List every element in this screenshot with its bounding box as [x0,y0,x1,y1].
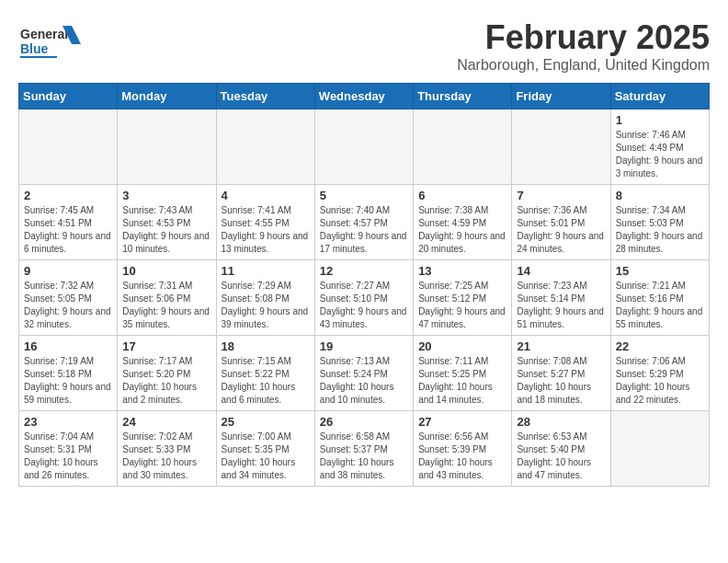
day-number: 21 [517,339,605,353]
calendar-week-row: 16Sunrise: 7:19 AM Sunset: 5:18 PM Dayli… [19,336,710,411]
header-wednesday: Wednesday [314,84,413,109]
svg-text:Blue: Blue [20,41,49,56]
calendar-day-cell: 26Sunrise: 6:58 AM Sunset: 5:37 PM Dayli… [314,411,413,487]
logo-svg: General Blue [18,18,83,64]
day-number: 4 [222,189,310,202]
calendar-table: Sunday Monday Tuesday Wednesday Thursday… [18,83,710,487]
day-info: Sunrise: 7:21 AM Sunset: 5:16 PM Dayligh… [616,280,704,331]
day-number: 19 [320,339,408,353]
calendar-day-cell [414,109,512,185]
calendar-week-row: 9Sunrise: 7:32 AM Sunset: 5:05 PM Daylig… [19,260,710,336]
title-area: February 2025 Narborough, England, Unite… [457,18,710,74]
day-info: Sunrise: 7:11 AM Sunset: 5:25 PM Dayligh… [418,355,506,407]
day-info: Sunrise: 7:02 AM Sunset: 5:33 PM Dayligh… [122,431,210,482]
calendar-day-cell: 14Sunrise: 7:23 AM Sunset: 5:14 PM Dayli… [512,260,610,336]
page-header: General Blue February 2025 Narborough, E… [18,18,710,74]
day-info: Sunrise: 7:40 AM Sunset: 4:57 PM Dayligh… [320,204,408,256]
day-info: Sunrise: 7:17 AM Sunset: 5:20 PM Dayligh… [122,355,210,407]
calendar-day-cell: 18Sunrise: 7:15 AM Sunset: 5:22 PM Dayli… [216,336,314,411]
day-info: Sunrise: 7:13 AM Sunset: 5:24 PM Dayligh… [320,355,408,407]
day-number: 2 [24,189,112,202]
day-number: 5 [320,189,408,202]
calendar-day-cell [512,109,610,185]
calendar-day-cell: 3Sunrise: 7:43 AM Sunset: 4:53 PM Daylig… [118,185,216,260]
calendar-day-cell: 7Sunrise: 7:36 AM Sunset: 5:01 PM Daylig… [512,185,610,260]
day-info: Sunrise: 7:15 AM Sunset: 5:22 PM Dayligh… [222,355,310,407]
day-info: Sunrise: 7:27 AM Sunset: 5:10 PM Dayligh… [320,280,408,331]
day-number: 17 [122,339,210,353]
day-number: 22 [616,339,704,353]
day-number: 26 [320,415,408,429]
day-number: 6 [418,189,506,202]
header-thursday: Thursday [414,84,512,109]
svg-marker-2 [67,35,81,44]
calendar-day-cell [19,109,118,185]
logo: General Blue [18,18,83,64]
day-info: Sunrise: 6:53 AM Sunset: 5:40 PM Dayligh… [517,431,605,482]
calendar-day-cell: 19Sunrise: 7:13 AM Sunset: 5:24 PM Dayli… [314,336,413,411]
calendar-day-cell: 23Sunrise: 7:04 AM Sunset: 5:31 PM Dayli… [19,411,118,487]
day-info: Sunrise: 7:32 AM Sunset: 5:05 PM Dayligh… [24,280,112,331]
calendar-day-cell [314,109,413,185]
day-number: 18 [222,339,310,353]
day-info: Sunrise: 7:00 AM Sunset: 5:35 PM Dayligh… [222,431,310,482]
calendar-day-cell [216,109,314,185]
day-info: Sunrise: 7:38 AM Sunset: 4:59 PM Dayligh… [418,204,506,256]
day-info: Sunrise: 7:31 AM Sunset: 5:06 PM Dayligh… [122,280,210,331]
day-info: Sunrise: 7:25 AM Sunset: 5:12 PM Dayligh… [418,280,506,331]
day-info: Sunrise: 7:29 AM Sunset: 5:08 PM Dayligh… [222,280,310,331]
day-number: 1 [616,113,704,127]
calendar-day-cell: 25Sunrise: 7:00 AM Sunset: 5:35 PM Dayli… [216,411,314,487]
day-info: Sunrise: 7:43 AM Sunset: 4:53 PM Dayligh… [122,204,210,256]
calendar-day-cell: 15Sunrise: 7:21 AM Sunset: 5:16 PM Dayli… [610,260,709,336]
day-number: 25 [222,415,310,429]
page-subtitle: Narborough, England, United Kingdom [457,57,710,74]
calendar-day-cell: 10Sunrise: 7:31 AM Sunset: 5:06 PM Dayli… [118,260,216,336]
svg-text:General: General [20,27,68,41]
calendar-day-cell: 24Sunrise: 7:02 AM Sunset: 5:33 PM Dayli… [118,411,216,487]
day-number: 16 [24,339,112,353]
day-number: 27 [418,415,506,429]
day-number: 9 [24,264,112,278]
day-number: 28 [517,415,605,429]
day-info: Sunrise: 7:19 AM Sunset: 5:18 PM Dayligh… [24,355,112,407]
day-info: Sunrise: 7:36 AM Sunset: 5:01 PM Dayligh… [517,204,605,256]
calendar-day-cell: 22Sunrise: 7:06 AM Sunset: 5:29 PM Dayli… [610,336,709,411]
day-number: 24 [122,415,210,429]
header-saturday: Saturday [610,84,709,109]
day-number: 3 [122,189,210,202]
day-info: Sunrise: 7:45 AM Sunset: 4:51 PM Dayligh… [24,204,112,256]
day-number: 14 [517,264,605,278]
day-number: 8 [616,189,704,202]
calendar-day-cell: 20Sunrise: 7:11 AM Sunset: 5:25 PM Dayli… [414,336,512,411]
day-info: Sunrise: 7:41 AM Sunset: 4:55 PM Dayligh… [222,204,310,256]
day-number: 23 [24,415,112,429]
day-info: Sunrise: 6:58 AM Sunset: 5:37 PM Dayligh… [320,431,408,482]
day-info: Sunrise: 7:46 AM Sunset: 4:49 PM Dayligh… [616,129,704,180]
calendar-day-cell: 16Sunrise: 7:19 AM Sunset: 5:18 PM Dayli… [19,336,118,411]
calendar-day-cell: 4Sunrise: 7:41 AM Sunset: 4:55 PM Daylig… [216,185,314,260]
calendar-day-cell: 5Sunrise: 7:40 AM Sunset: 4:57 PM Daylig… [314,185,413,260]
day-number: 12 [320,264,408,278]
day-number: 10 [122,264,210,278]
calendar-day-cell: 28Sunrise: 6:53 AM Sunset: 5:40 PM Dayli… [512,411,610,487]
header-monday: Monday [118,84,216,109]
calendar-day-cell: 27Sunrise: 6:56 AM Sunset: 5:39 PM Dayli… [414,411,512,487]
calendar-day-cell: 21Sunrise: 7:08 AM Sunset: 5:27 PM Dayli… [512,336,610,411]
calendar-day-cell: 2Sunrise: 7:45 AM Sunset: 4:51 PM Daylig… [19,185,118,260]
calendar-day-cell: 6Sunrise: 7:38 AM Sunset: 4:59 PM Daylig… [414,185,512,260]
calendar-day-cell: 13Sunrise: 7:25 AM Sunset: 5:12 PM Dayli… [414,260,512,336]
calendar-day-cell: 17Sunrise: 7:17 AM Sunset: 5:20 PM Dayli… [118,336,216,411]
page-title: February 2025 [457,18,710,57]
calendar-day-cell: 8Sunrise: 7:34 AM Sunset: 5:03 PM Daylig… [610,185,709,260]
day-number: 13 [418,264,506,278]
day-info: Sunrise: 7:08 AM Sunset: 5:27 PM Dayligh… [517,355,605,407]
calendar-day-cell [610,411,709,487]
day-number: 20 [418,339,506,353]
calendar-day-cell: 9Sunrise: 7:32 AM Sunset: 5:05 PM Daylig… [19,260,118,336]
header-tuesday: Tuesday [216,84,314,109]
header-sunday: Sunday [19,84,118,109]
day-info: Sunrise: 7:06 AM Sunset: 5:29 PM Dayligh… [616,355,704,407]
day-number: 11 [222,264,310,278]
day-info: Sunrise: 6:56 AM Sunset: 5:39 PM Dayligh… [418,431,506,482]
